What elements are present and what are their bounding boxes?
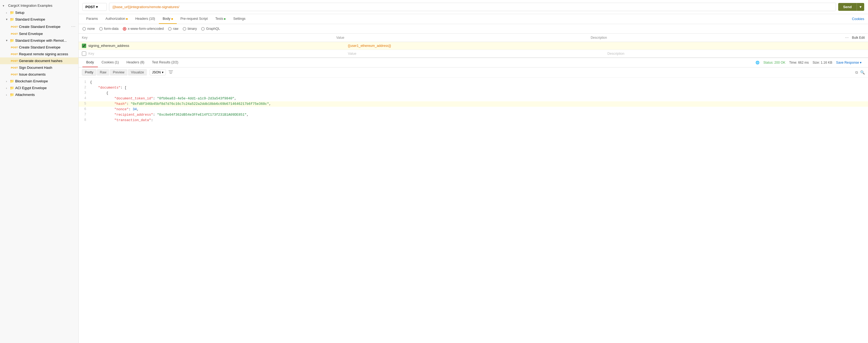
radio-urlencoded-label: x-www-form-urlencoded xyxy=(128,27,164,31)
radio-graphql-icon xyxy=(201,27,205,31)
send-label: Send xyxy=(838,3,857,11)
radio-form-data-label: form-data xyxy=(104,27,119,31)
send-arrow-icon[interactable]: ▾ xyxy=(857,3,864,11)
item-dots-icon[interactable]: ··· xyxy=(71,24,75,29)
view-pretty-btn[interactable]: Pretty xyxy=(82,69,96,75)
kv-row-checkbox[interactable] xyxy=(82,43,86,48)
kv-empty-checkbox[interactable] xyxy=(82,52,86,56)
response-tab-headers[interactable]: Headers (8) xyxy=(123,58,148,67)
radio-none-icon xyxy=(83,27,86,31)
kv-empty-key[interactable]: Key xyxy=(88,52,346,56)
sidebar: ▾ CargoX Integration Examples › 📁 Setup … xyxy=(0,0,79,343)
sidebar-item-generate-document-hashes[interactable]: POST Generate document hashes xyxy=(0,57,78,64)
setup-folder-icon: 📁 xyxy=(10,10,14,14)
tab-body[interactable]: Body xyxy=(159,14,177,24)
tab-pre-request-script[interactable]: Pre-request Script xyxy=(177,14,212,24)
sidebar-item-request-remote-signing[interactable]: POST Request remote signing access xyxy=(0,51,78,57)
sidebar-item-send-envelope[interactable]: POST Send Envelope xyxy=(0,30,78,37)
kv-row-value[interactable]: {{user1_ethereum_address}} xyxy=(348,44,605,48)
aci-folder-icon: 📁 xyxy=(10,86,14,90)
sidebar-item-standard-envelope[interactable]: ▾ 📁 Standard Envelope xyxy=(0,16,78,23)
code-toolbar: Pretty Raw Preview Visualize JSON ▾ ⧉ 🔍 xyxy=(79,67,868,77)
code-line-6: 6 "nonce": 34, xyxy=(79,107,868,112)
save-response-arrow-icon: ▾ xyxy=(860,61,862,64)
method-label: POST xyxy=(85,5,95,9)
kv-more-icon[interactable]: ··· xyxy=(845,35,848,40)
method-badge: POST xyxy=(11,32,18,35)
standard-envelope-folder-icon: 📁 xyxy=(10,17,14,22)
blockchain-folder-icon: 📁 xyxy=(10,79,14,83)
copy-icon[interactable]: ⧉ xyxy=(855,70,858,75)
url-input[interactable] xyxy=(109,3,836,11)
kv-empty-value[interactable]: Value xyxy=(348,52,605,56)
tab-authorization[interactable]: Authorization xyxy=(102,14,131,24)
tests-dot xyxy=(224,18,225,20)
kv-row-key[interactable]: signing_ethereum_address xyxy=(88,44,346,48)
time-text: Time: 662 ms xyxy=(789,61,809,64)
sidebar-item-label: Standard Envelope with Remot... xyxy=(15,38,67,42)
sidebar-item-label: Create Standard Envelope xyxy=(19,25,60,29)
response-tab-body[interactable]: Body xyxy=(83,58,98,67)
sidebar-item-blockchain-envelope[interactable]: › 📁 Blockchain Envelope xyxy=(0,78,78,85)
response-tab-cookies[interactable]: Cookies (1) xyxy=(98,58,123,67)
kv-row-active: signing_ethereum_address {{user1_ethereu… xyxy=(79,42,868,50)
sidebar-item-setup[interactable]: › 📁 Setup xyxy=(0,9,78,16)
sidebar-item-label: Create Standard Envelope xyxy=(19,45,60,49)
cookies-link[interactable]: Cookies xyxy=(852,17,864,21)
sidebar-item-attachments[interactable]: › 📁 Attachments xyxy=(0,91,78,98)
format-select[interactable]: JSON ▾ xyxy=(150,69,166,75)
sidebar-item-label: Attachments xyxy=(15,93,35,97)
tab-params[interactable]: Params xyxy=(83,14,102,24)
sidebar-item-create-standard-envelope-2[interactable]: POST Create Standard Envelope xyxy=(0,44,78,51)
main-panel: POST ▾ Send ▾ Params Authorization Heade… xyxy=(79,0,868,343)
sidebar-item-aci-egypt[interactable]: › 📁 ACI Egypt Envelope xyxy=(0,85,78,91)
tab-tests[interactable]: Tests xyxy=(212,14,229,24)
method-arrow-icon: ▾ xyxy=(96,5,98,9)
tab-settings[interactable]: Settings xyxy=(229,14,249,24)
radio-form-data-icon xyxy=(99,27,103,31)
method-select[interactable]: POST ▾ xyxy=(83,3,107,11)
sidebar-item-label: Generate document hashes xyxy=(19,59,62,63)
sidebar-item-issue-documents[interactable]: POST Issue documents xyxy=(0,71,78,78)
col-key-header: Key xyxy=(82,35,336,40)
method-badge: POST xyxy=(11,73,18,76)
body-option-form-data[interactable]: form-data xyxy=(99,27,119,31)
standard-envelope-chevron-icon: ▾ xyxy=(6,18,10,21)
sidebar-item-label: Setup xyxy=(15,10,24,14)
remote-folder-icon: 📁 xyxy=(10,38,14,42)
code-line-5: 5 "hash": "0xfd8f346b45bf8d7d76c16c7c24a… xyxy=(79,101,868,107)
sidebar-root[interactable]: ▾ CargoX Integration Examples xyxy=(0,2,78,9)
code-line-7: 7 "recipient_address": "0xc8e04f362dB54e… xyxy=(79,112,868,118)
radio-graphql-label: GraphQL xyxy=(206,27,220,31)
view-visualize-btn[interactable]: Visualize xyxy=(128,69,147,75)
kv-table: signing_ethereum_address {{user1_ethereu… xyxy=(79,42,868,58)
filter-icon[interactable] xyxy=(168,70,173,75)
search-icon[interactable]: 🔍 xyxy=(860,70,865,74)
bulk-edit-btn[interactable]: Bulk Edit xyxy=(852,36,865,39)
radio-raw-icon xyxy=(168,27,172,31)
view-preview-btn[interactable]: Preview xyxy=(110,69,127,75)
sidebar-item-label: Blockchain Envelope xyxy=(15,79,48,83)
kv-empty-description: Description xyxy=(608,52,865,56)
sidebar-item-standard-envelope-remote[interactable]: ▾ 📁 Standard Envelope with Remot... xyxy=(0,37,78,44)
col-description-header: Description xyxy=(591,35,845,40)
view-raw-btn[interactable]: Raw xyxy=(97,69,109,75)
response-tab-test-results[interactable]: Test Results (2/2) xyxy=(148,58,182,67)
body-option-raw[interactable]: raw xyxy=(168,27,178,31)
format-label: JSON xyxy=(152,70,161,74)
sidebar-root-label: CargoX Integration Examples xyxy=(8,4,52,8)
kv-row-empty: Key Value Description xyxy=(79,50,868,57)
response-tabs: Body Cookies (1) Headers (8) Test Result… xyxy=(79,58,868,67)
body-option-binary[interactable]: binary xyxy=(183,27,197,31)
body-option-none[interactable]: none xyxy=(83,27,95,31)
body-option-graphql[interactable]: GraphQL xyxy=(201,27,220,31)
save-response-btn[interactable]: Save Response ▾ xyxy=(836,61,862,64)
sidebar-item-create-standard-envelope-1[interactable]: POST Create Standard Envelope ··· xyxy=(0,23,78,30)
radio-binary-icon xyxy=(183,27,186,31)
method-badge: POST xyxy=(11,59,18,62)
sidebar-item-sign-document-hash[interactable]: POST Sign Document Hash xyxy=(0,64,78,71)
send-button[interactable]: Send ▾ xyxy=(838,3,864,11)
body-option-urlencoded[interactable]: x-www-form-urlencoded xyxy=(123,27,164,31)
tab-headers[interactable]: Headers (10) xyxy=(131,14,159,24)
root-chevron-icon: ▾ xyxy=(3,4,6,8)
